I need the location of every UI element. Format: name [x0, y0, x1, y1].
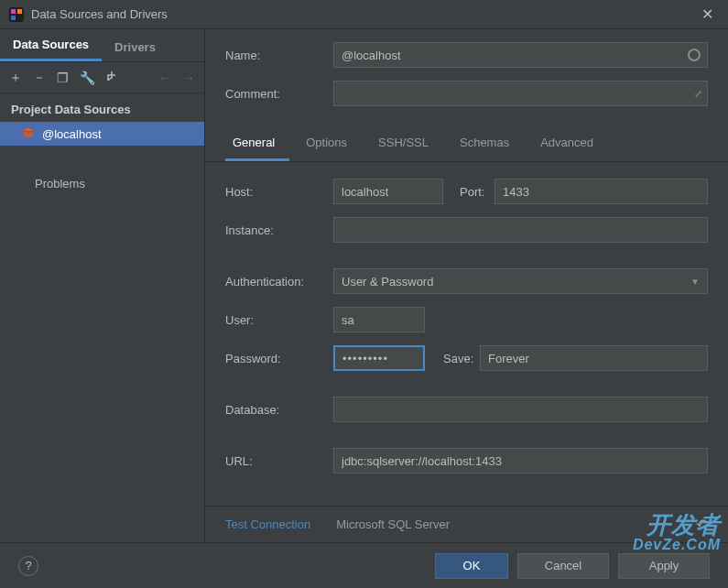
save-select[interactable]: Forever	[480, 345, 708, 371]
data-source-item[interactable]: @localhost	[0, 122, 204, 146]
url-label: URL:	[225, 454, 333, 468]
tab-general[interactable]: General	[225, 126, 289, 161]
authentication-value: User & Password	[342, 275, 433, 289]
sidebar-toolbar: ＋ － ❐ 🔧 ← →	[0, 62, 204, 93]
svg-rect-3	[11, 16, 16, 20]
authentication-select[interactable]: User & Password ▼	[333, 268, 708, 294]
general-panel: Host: Port: Instance: Authentication: Us…	[205, 162, 728, 506]
make-global-icon[interactable]	[106, 70, 119, 85]
sidebar-tabs: Data Sources Drivers	[0, 29, 204, 62]
help-icon[interactable]: ?	[18, 556, 38, 576]
main-panel: Name: Comment: ⤢ General Options SSH/SSL…	[205, 29, 728, 542]
name-input[interactable]	[333, 42, 708, 68]
user-input[interactable]	[333, 307, 425, 332]
svg-rect-1	[11, 9, 16, 14]
sqlserver-icon	[22, 127, 35, 140]
footer-links: Test Connection Microsoft SQL Server ↶	[205, 506, 728, 542]
settings-icon[interactable]: 🔧	[80, 71, 95, 85]
comment-label: Comment:	[225, 87, 333, 101]
project-data-sources-heading: Project Data Sources	[0, 93, 204, 122]
tab-drivers[interactable]: Drivers	[102, 33, 168, 61]
app-icon	[9, 7, 24, 22]
tab-data-sources[interactable]: Data Sources	[0, 30, 102, 61]
test-connection-link[interactable]: Test Connection	[225, 517, 310, 531]
duplicate-icon[interactable]: ❐	[57, 71, 69, 85]
detail-tabs: General Options SSH/SSL Schemas Advanced	[205, 126, 728, 162]
revert-icon[interactable]: ↶	[696, 516, 708, 533]
host-label: Host:	[225, 185, 333, 199]
body-area: Data Sources Drivers ＋ － ❐ 🔧 ← → Project…	[0, 29, 728, 542]
authentication-label: Authentication:	[225, 275, 333, 289]
sidebar-problems[interactable]: Problems	[0, 168, 204, 200]
sidebar: Data Sources Drivers ＋ － ❐ 🔧 ← → Project…	[0, 29, 205, 542]
window-title: Data Sources and Drivers	[31, 7, 696, 21]
port-input[interactable]	[494, 179, 708, 204]
host-input[interactable]	[333, 179, 443, 204]
name-label: Name:	[225, 49, 333, 62]
tab-schemas[interactable]: Schemas	[452, 126, 524, 161]
add-icon[interactable]: ＋	[9, 70, 22, 86]
back-icon[interactable]: ←	[158, 71, 171, 85]
password-input[interactable]	[333, 345, 425, 371]
cancel-button[interactable]: Cancel	[517, 553, 609, 579]
port-label: Port:	[443, 185, 494, 199]
svg-rect-2	[17, 9, 22, 14]
password-label: Password:	[225, 352, 333, 365]
save-value: Forever	[488, 352, 529, 365]
user-label: User:	[225, 313, 333, 327]
url-input[interactable]	[333, 448, 708, 474]
save-label: Save:	[425, 352, 480, 365]
ok-button[interactable]: OK	[435, 553, 508, 579]
top-fields: Name: Comment: ⤢	[205, 29, 728, 126]
data-source-label: @localhost	[42, 127, 102, 141]
tab-advanced[interactable]: Advanced	[533, 126, 608, 161]
comment-input[interactable]	[333, 81, 708, 106]
titlebar: Data Sources and Drivers ✕	[0, 0, 728, 29]
close-icon[interactable]: ✕	[696, 5, 719, 23]
tab-options[interactable]: Options	[299, 126, 362, 161]
button-bar: ? OK Cancel Apply	[0, 542, 728, 588]
chevron-down-icon: ▼	[690, 277, 700, 287]
instance-label: Instance:	[225, 223, 333, 237]
expand-icon[interactable]: ⤢	[694, 88, 702, 100]
forward-icon[interactable]: →	[182, 71, 195, 85]
remove-icon[interactable]: －	[33, 70, 46, 86]
color-circle-icon[interactable]	[688, 49, 701, 61]
driver-name-link[interactable]: Microsoft SQL Server	[336, 517, 450, 531]
apply-button[interactable]: Apply	[618, 553, 710, 579]
instance-input[interactable]	[333, 217, 708, 243]
database-input[interactable]	[333, 397, 708, 422]
tab-ssh-ssl[interactable]: SSH/SSL	[371, 126, 443, 161]
database-label: Database:	[225, 403, 333, 417]
